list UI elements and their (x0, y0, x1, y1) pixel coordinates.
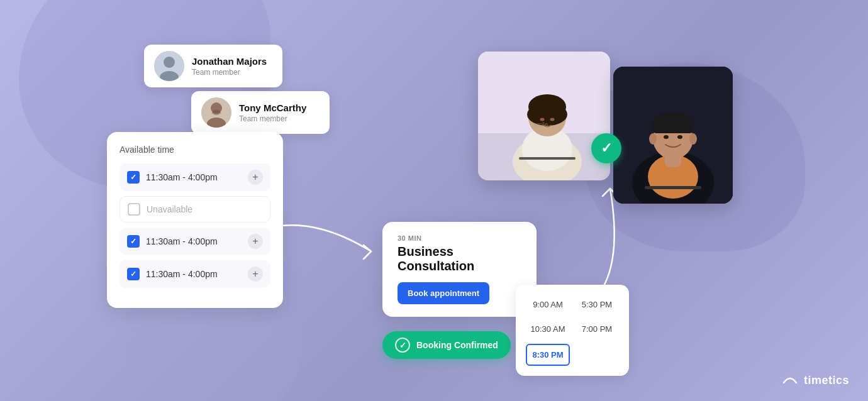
svg-point-26 (689, 133, 697, 145)
time-label-3: 11:30am - 4:00pm (146, 236, 242, 246)
time-label-1: 11:30am - 4:00pm (146, 172, 242, 182)
svg-point-15 (540, 118, 545, 121)
arrow-1 (270, 214, 396, 264)
plus-btn-1[interactable]: + (248, 170, 263, 185)
tony-name: Tony McCarthy (239, 102, 306, 113)
svg-rect-24 (653, 122, 693, 133)
availability-panel: Available time 11:30am - 4:00pm + Unavai… (107, 132, 283, 308)
book-appointment-button[interactable]: Book appointment (398, 282, 489, 304)
slot-530pm[interactable]: 5:30 PM (575, 295, 619, 314)
time-row-1[interactable]: 11:30am - 4:00pm + (120, 163, 270, 191)
slot-7pm[interactable]: 7:00 PM (575, 319, 619, 339)
booking-title: Business Consultation (398, 244, 521, 273)
plus-btn-3[interactable]: + (248, 234, 263, 249)
tony-role: Team member (239, 114, 306, 123)
time-label-2: Unavailable (147, 204, 262, 214)
svg-point-16 (550, 118, 555, 121)
photo-card-woman: smile (478, 52, 610, 180)
avatar-tony (201, 97, 231, 128)
video-check-overlay: ✓ (591, 133, 621, 163)
slot-830pm[interactable]: 8:30 PM (526, 344, 570, 366)
slots-grid: 9:00 AM 5:30 PM 10:30 AM 7:00 PM 8:30 PM (526, 295, 619, 366)
time-row-3[interactable]: 11:30am - 4:00pm + (120, 228, 270, 255)
checkbox-4[interactable] (127, 268, 140, 280)
timetics-logo: timetics (781, 373, 849, 388)
time-row-2[interactable]: Unavailable (120, 196, 270, 222)
svg-point-1 (164, 57, 175, 68)
checkbox-1[interactable] (127, 171, 140, 184)
photo-card-man (613, 67, 733, 204)
jonathan-info: Jonathan Majors Team member (192, 56, 267, 77)
time-label-4: 11:30am - 4:00pm (146, 269, 242, 279)
svg-rect-14 (519, 157, 576, 160)
booking-duration: 30 MIN (398, 234, 521, 242)
confirmed-label: Booking Confirmed (416, 340, 498, 350)
avatar-jonathan (154, 51, 184, 81)
slot-1030am[interactable]: 10:30 AM (526, 319, 570, 339)
slot-9am[interactable]: 9:00 AM (526, 295, 570, 314)
checkbox-2[interactable] (128, 203, 140, 216)
time-row-4[interactable]: 11:30am - 4:00pm + (120, 260, 270, 288)
plus-btn-4[interactable]: + (248, 266, 263, 282)
tony-info: Tony McCarthy Team member (239, 102, 306, 123)
team-card-tony: Tony McCarthy Team member (191, 91, 330, 134)
time-slots-panel: 9:00 AM 5:30 PM 10:30 AM 7:00 PM 8:30 PM (516, 285, 629, 376)
check-circle-icon: ✓ (395, 338, 410, 353)
svg-point-6 (212, 110, 221, 115)
timetics-logo-text: timetics (804, 374, 849, 387)
svg-text:smile: smile (533, 121, 548, 128)
svg-point-27 (664, 135, 669, 139)
jonathan-name: Jonathan Majors (192, 56, 267, 67)
svg-point-25 (649, 133, 657, 145)
check-icon: ✓ (601, 140, 612, 157)
timetics-logo-icon (781, 373, 799, 388)
man-photo (613, 67, 733, 204)
svg-rect-29 (645, 186, 701, 189)
booking-confirmed-badge: ✓ Booking Confirmed (382, 331, 511, 359)
svg-point-28 (677, 135, 682, 139)
woman-photo: smile (478, 52, 610, 180)
checkbox-3[interactable] (127, 235, 140, 248)
booking-card: 30 MIN Business Consultation Book appoin… (382, 222, 537, 317)
team-card-jonathan: Jonathan Majors Team member (144, 45, 282, 87)
panel-title: Available time (120, 145, 270, 155)
jonathan-role: Team member (192, 68, 267, 77)
